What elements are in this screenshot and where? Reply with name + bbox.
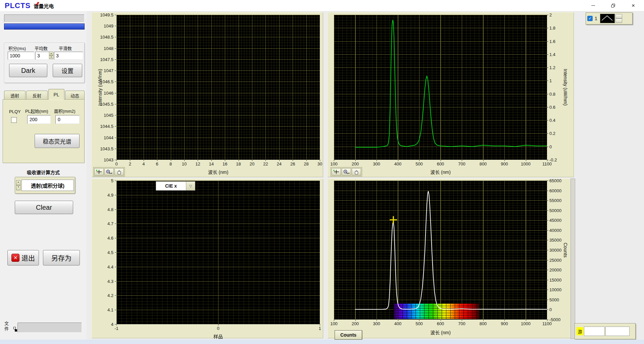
integration-label: 积分(ms) (8, 45, 26, 51)
absorption-spinner[interactable]: ▲▼ (16, 180, 20, 190)
y-tick-label: 1045.5 (91, 102, 113, 107)
combo-up-icon[interactable]: ▲ (16, 180, 20, 185)
pl-tab-page: PLQY PL起始(nm) 200 面积(mm2) 0 稳态荧光谱 (3, 99, 85, 163)
spinner-up-icon[interactable]: ▲ (49, 52, 53, 55)
panel-counts-spectrum: Counts 波长 (nm) Counts 100200300400500600… (327, 179, 574, 338)
y-tick-mark (115, 252, 116, 253)
exit-button[interactable]: ✕ 退出 (7, 250, 39, 265)
cursor-field-2[interactable] (605, 327, 630, 336)
close-button[interactable]: × (626, 0, 641, 11)
file-path-input[interactable] (17, 323, 82, 333)
y-tick-mark (115, 82, 116, 82)
y-tick-label: 1049 (91, 23, 113, 29)
tab-dynamic[interactable]: 动态 (65, 91, 85, 100)
tab-reflection[interactable]: 反射 (26, 91, 48, 100)
pl-start-label: PL起始(nm) (25, 108, 48, 114)
y-tick-label: 0.8 (549, 92, 555, 97)
cie-selector-value[interactable]: CIE x (156, 182, 186, 190)
absorption-method-select[interactable]: ▲▼ 透射(或积分球) (15, 177, 75, 194)
acquisition-settings-group: 积分(ms) 平均数 平滑数 1000 3 ▲▼ 3 Dark 设置 (4, 43, 85, 83)
y-tick-mark (115, 324, 116, 325)
minimize-icon (591, 5, 595, 6)
absorption-method-value[interactable]: 透射(或积分球) (21, 180, 74, 191)
plot-area[interactable] (334, 15, 547, 160)
cursor-field-1[interactable] (584, 327, 605, 336)
x-tick-mark (355, 320, 356, 321)
cie-selector-arrow-icon[interactable]: ▽ (186, 182, 195, 190)
y-tick-label: 2 (549, 12, 552, 17)
y-tick-label: 1 (549, 78, 552, 83)
plqy-label: PLQY (9, 109, 21, 114)
vertical-scrollbar[interactable] (571, 179, 575, 339)
legend-line-style[interactable] (600, 14, 615, 23)
palette-pan-button[interactable] (114, 168, 124, 176)
cie-selector[interactable]: CIE x ▽ (156, 181, 195, 191)
palette-zoom-button[interactable] (342, 168, 351, 176)
palette-pan-button[interactable] (352, 168, 361, 176)
y-tick-mark (547, 160, 548, 160)
clear-button[interactable]: Clear (15, 201, 73, 214)
smooth-input[interactable]: 3 (54, 52, 83, 60)
y-tick-mark (115, 295, 116, 296)
area-label: 面积(mm2) (54, 108, 76, 114)
y-tick-mark (115, 26, 116, 26)
pl-start-input[interactable]: 200 (27, 115, 51, 124)
x-tick-mark (252, 160, 252, 161)
integration-input[interactable]: 1000 (8, 52, 34, 60)
x-tick-mark (441, 320, 441, 321)
x-tick-mark (441, 160, 441, 161)
x-tick-mark (462, 320, 462, 321)
palette-crosshair-button[interactable] (332, 168, 341, 176)
y-tick-mark (547, 67, 548, 68)
y-tick-mark (547, 290, 548, 290)
x-tick-label: 26 (290, 161, 295, 166)
plqy-checkbox[interactable] (11, 117, 17, 123)
x-tick-label: 18 (236, 161, 241, 166)
y-tick-label: 4.9 (91, 193, 113, 198)
legend-scroll[interactable] (615, 14, 622, 23)
plot-area[interactable] (116, 15, 320, 160)
crosshair-icon (95, 169, 103, 175)
counts-button[interactable]: Counts (335, 330, 362, 340)
spinner-down-icon[interactable]: ▼ (49, 55, 53, 59)
y-tick-label: 1047.5 (91, 57, 113, 62)
plot-area[interactable] (116, 181, 320, 324)
average-input[interactable]: 3 (35, 52, 50, 60)
x-tick-label: 16 (222, 161, 227, 166)
dark-button[interactable]: Dark (9, 64, 47, 77)
y-tick-mark (115, 195, 116, 195)
x-tick-mark (171, 160, 171, 161)
minimize-button[interactable] (585, 0, 601, 11)
x-tick-mark (398, 160, 398, 161)
palette-crosshair-button[interactable] (94, 168, 104, 176)
smooth-spinner[interactable]: ▲▼ (49, 52, 53, 59)
tab-transmission[interactable]: 透射 (4, 91, 26, 100)
file-label: 文 件 (4, 321, 9, 332)
y-tick-mark (115, 48, 116, 49)
y-tick-label: 1044 (91, 135, 113, 140)
x-tick-mark (184, 160, 185, 161)
x-tick-label: 300 (373, 161, 380, 166)
palette-zoom-button[interactable] (104, 168, 114, 176)
area-input[interactable]: 0 (55, 115, 80, 124)
legend-checkbox[interactable]: ✓ (587, 16, 593, 21)
x-tick-label: 500 (415, 161, 423, 166)
panel-cie-vs-sample: 样品 CIE x ▽ -10154.94.84.74.64.54.44.34.2… (91, 179, 323, 338)
combo-down-icon[interactable]: ▼ (16, 185, 20, 190)
line-style-icon (600, 14, 614, 22)
y-tick-label: 4.6 (91, 236, 113, 241)
tab-pl[interactable]: PL (48, 89, 64, 100)
path-browse-icon[interactable] (13, 327, 17, 332)
y-tick-mark (547, 94, 548, 94)
y-tick-mark (115, 160, 116, 160)
y-tick-mark (547, 191, 548, 191)
steady-pl-button[interactable]: 稳态荧光谱 (35, 134, 80, 148)
y-tick-label: 1.6 (549, 39, 555, 44)
maximize-button[interactable] (605, 0, 621, 11)
settings-button[interactable]: 设置 (53, 64, 82, 77)
y-tick-mark (547, 300, 548, 300)
y-tick-label: 60000 (549, 188, 561, 193)
save-as-button[interactable]: 另存为 (43, 250, 80, 265)
x-tick-mark (306, 160, 307, 161)
plot-area[interactable] (334, 181, 547, 320)
